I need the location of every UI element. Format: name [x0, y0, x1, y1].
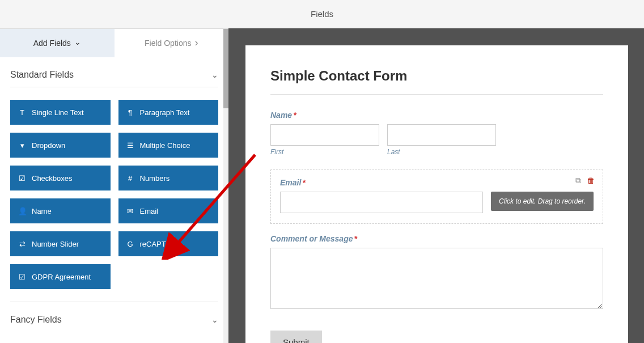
field-single-line-text[interactable]: TSingle Line Text	[10, 100, 111, 125]
main-layout: Add Fields Field Options Standard Fields…	[0, 28, 644, 343]
field-label: Paragraph Text	[140, 108, 190, 117]
last-name-col: Last	[387, 124, 496, 156]
field-label: Dropdown	[32, 141, 65, 150]
field-action-icons: ⧉ 🗑	[575, 176, 595, 185]
comment-field-block: Comment or Message*	[270, 234, 603, 311]
section-title: Standard Fields	[10, 70, 74, 80]
left-scrollbar-track[interactable]	[223, 29, 228, 343]
right-scrollbar-track[interactable]	[633, 45, 639, 343]
field-number-slider[interactable]: ⇄Number Slider	[10, 231, 111, 256]
field-label: Multiple Choice	[140, 141, 190, 150]
email-row: Click to edit. Drag to reorder.	[280, 192, 594, 213]
tab-label: Add Fields	[33, 39, 71, 48]
field-label: Checkboxes	[32, 174, 73, 183]
field-label: GDPR Agreement	[32, 273, 91, 281]
field-label: Numbers	[140, 174, 170, 183]
chevron-down-icon: ⌄	[211, 70, 218, 79]
envelope-icon: ✉	[126, 207, 134, 215]
field-checkboxes[interactable]: ☑Checkboxes	[10, 166, 111, 190]
tab-add-fields[interactable]: Add Fields	[0, 29, 115, 57]
list-icon: ☰	[126, 141, 134, 150]
field-recaptcha[interactable]: GreCAPTCHA	[118, 231, 219, 256]
label-text: Comment or Message	[270, 234, 353, 243]
form-preview-panel: Simple Contact Form Name* First Last	[228, 28, 644, 343]
google-icon: G	[126, 240, 134, 248]
email-input[interactable]	[280, 192, 483, 213]
section-toggle-standard[interactable]: Standard Fields ⌄	[10, 57, 218, 87]
field-label: Number Slider	[32, 240, 79, 248]
email-input-wrap	[280, 192, 483, 213]
trash-icon[interactable]: 🗑	[587, 176, 595, 185]
section-toggle-fancy[interactable]: Fancy Fields ⌄	[10, 302, 218, 332]
chevron-down-icon: ⌄	[211, 315, 218, 324]
first-name-col: First	[270, 124, 379, 156]
check-icon: ☑	[18, 273, 26, 281]
label-text: Email	[280, 178, 301, 187]
divider	[270, 94, 603, 95]
paragraph-icon: ¶	[126, 108, 134, 117]
required-asterisk: *	[293, 111, 296, 120]
fancy-fields-section: Fancy Fields ⌄	[0, 302, 228, 332]
slider-icon: ⇄	[18, 240, 26, 248]
name-field-block: Name* First Last	[270, 111, 603, 156]
field-numbers[interactable]: #Numbers	[118, 166, 219, 190]
field-gdpr-agreement[interactable]: ☑GDPR Agreement	[10, 264, 111, 289]
required-asterisk: *	[302, 178, 305, 187]
left-scrollbar-thumb[interactable]	[223, 29, 228, 108]
page-header: Fields	[0, 0, 644, 28]
required-asterisk: *	[354, 234, 357, 243]
field-multiple-choice[interactable]: ☰Multiple Choice	[118, 133, 219, 158]
email-label: Email*	[280, 178, 594, 187]
standard-field-grid: TSingle Line Text ¶Paragraph Text ▾Dropd…	[10, 87, 218, 302]
label-text: Name	[270, 111, 292, 120]
header-title: Fields	[311, 9, 333, 19]
chevron-down-icon	[74, 39, 81, 48]
tab-field-options[interactable]: Field Options	[115, 29, 229, 57]
dropdown-icon: ▾	[18, 141, 26, 150]
comment-textarea[interactable]	[270, 248, 603, 309]
hash-icon: #	[126, 174, 134, 183]
text-icon: T	[18, 108, 26, 117]
name-label: Name*	[270, 111, 603, 120]
field-label: Name	[32, 207, 52, 215]
edit-hint-tooltip: Click to edit. Drag to reorder.	[491, 192, 594, 211]
field-label: Email	[140, 207, 159, 215]
field-dropdown[interactable]: ▾Dropdown	[10, 133, 111, 158]
form-canvas: Simple Contact Form Name* First Last	[245, 45, 628, 343]
checkbox-icon: ☑	[18, 174, 26, 183]
field-name[interactable]: 👤Name	[10, 198, 111, 223]
section-title: Fancy Fields	[10, 315, 62, 325]
chevron-right-icon	[194, 37, 198, 49]
field-email[interactable]: ✉Email	[118, 198, 219, 223]
last-name-input[interactable]	[387, 124, 496, 146]
submit-button[interactable]: Submit	[270, 331, 322, 343]
form-title: Simple Contact Form	[270, 68, 603, 84]
last-sublabel: Last	[387, 148, 496, 156]
panel-tabs: Add Fields Field Options	[0, 29, 228, 57]
first-sublabel: First	[270, 148, 379, 156]
name-inputs-row: First Last	[270, 124, 603, 156]
user-icon: 👤	[18, 207, 26, 215]
first-name-input[interactable]	[270, 124, 379, 146]
field-label: Single Line Text	[32, 108, 84, 117]
standard-fields-section: Standard Fields ⌄ TSingle Line Text ¶Par…	[0, 57, 228, 302]
field-paragraph-text[interactable]: ¶Paragraph Text	[118, 100, 219, 125]
duplicate-icon[interactable]: ⧉	[575, 176, 581, 185]
email-field-block[interactable]: ⧉ 🗑 Email* Click to edit. Drag to reorde…	[270, 170, 603, 224]
field-label: reCAPTCHA	[140, 240, 182, 248]
comment-label: Comment or Message*	[270, 234, 603, 243]
tab-label: Field Options	[145, 39, 191, 48]
field-panel: Add Fields Field Options Standard Fields…	[0, 28, 228, 343]
